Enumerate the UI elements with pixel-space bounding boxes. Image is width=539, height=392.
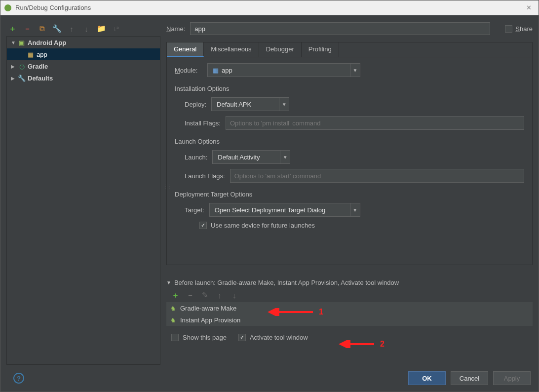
before-launch-header[interactable]: ▼ Before launch: Gradle-aware Make, Inst…: [166, 279, 533, 286]
android-icon: ♞: [170, 305, 176, 312]
module-value-text: app: [222, 67, 232, 74]
run-debug-configurations-window: Run/Debug Configurations ✕ ＋ － ⧉ 🔧 ↑ ↓ 📁…: [0, 0, 539, 392]
sidebar: ＋ － ⧉ 🔧 ↑ ↓ 📁 ↓ᵃ ▼ ▣ Android App: [6, 21, 160, 365]
down-icon[interactable]: ↓: [231, 291, 238, 299]
chevron-down-icon[interactable]: ▼: [279, 98, 289, 111]
tree-node-defaults[interactable]: ▶ 🔧 Defaults: [7, 72, 160, 84]
tree-node-gradle[interactable]: ▶ ◷ Gradle: [7, 60, 160, 72]
deploy-select[interactable]: Default APK ▼: [211, 97, 289, 111]
module-select[interactable]: ▦ app ▼: [207, 63, 360, 77]
remove-icon[interactable]: －: [23, 25, 31, 33]
configurations-tree[interactable]: ▼ ▣ Android App ▦ app ▶ ◷ Gradle ▶: [6, 36, 160, 365]
tree-label: Defaults: [28, 75, 53, 82]
deploy-value: Default APK: [212, 101, 256, 108]
chevron-down-icon[interactable]: ▼: [166, 280, 171, 285]
launch-flags-label: Launch Flags:: [175, 172, 225, 180]
chevron-down-icon[interactable]: ▼: [280, 151, 290, 163]
remove-icon[interactable]: －: [186, 291, 194, 299]
titlebar[interactable]: Run/Debug Configurations ✕: [0, 0, 539, 15]
tab-profiling[interactable]: Profiling: [302, 42, 339, 57]
target-row: Target: Open Select Deployment Target Di…: [175, 203, 524, 217]
launch-label: Launch:: [175, 154, 207, 161]
footer: ? OK Cancel Apply: [0, 365, 539, 392]
tabs-container: General Miscellaneous Debugger Profiling…: [166, 42, 533, 265]
cancel-button[interactable]: Cancel: [451, 371, 488, 385]
share-checkbox[interactable]: [505, 25, 512, 33]
before-launch-title: Before launch: Gradle-aware Make, Instan…: [174, 279, 399, 286]
target-label: Target:: [175, 206, 204, 214]
add-icon[interactable]: ＋: [8, 25, 16, 33]
tree-label: Gradle: [28, 63, 48, 70]
before-launch-section: ▼ Before launch: Gradle-aware Make, Inst…: [166, 279, 533, 341]
tree-node-app[interactable]: ▦ app: [7, 48, 160, 60]
tab-miscellaneous[interactable]: Miscellaneous: [204, 42, 259, 57]
same-device-checkbox[interactable]: [199, 222, 207, 229]
settings-icon[interactable]: 🔧: [53, 25, 61, 33]
android-icon: ▣: [18, 39, 26, 46]
edit-icon[interactable]: ✎: [201, 291, 209, 299]
installation-options-header: Installation Options: [175, 85, 524, 92]
launch-flags-input[interactable]: [230, 169, 524, 183]
list-item-label: Instant App Provision: [180, 316, 240, 324]
copy-icon[interactable]: ⧉: [38, 25, 46, 33]
launch-value: Default Activity: [213, 154, 265, 161]
bottom-checks: Show this page Activate tool window: [166, 326, 533, 341]
name-input[interactable]: [190, 22, 490, 35]
general-tab-body: Module: ▦ app ▼ Installation Options: [167, 57, 532, 265]
launch-options-header: Launch Options: [175, 138, 524, 145]
tab-general[interactable]: General: [167, 42, 204, 57]
target-select[interactable]: Open Select Deployment Target Dialog ▼: [209, 203, 360, 217]
install-flags-label: Install Flags:: [175, 119, 221, 127]
module-label: Module:: [175, 67, 202, 74]
wrench-icon: 🔧: [18, 74, 26, 82]
sort-icon[interactable]: ↓ᵃ: [112, 25, 120, 33]
window-close-button[interactable]: ✕: [523, 4, 535, 11]
ok-button[interactable]: OK: [408, 371, 446, 385]
chevron-down-icon[interactable]: ▼: [350, 64, 360, 77]
name-label: Name:: [166, 25, 185, 33]
before-launch-list[interactable]: ♞ Gradle-aware Make ♞ Instant App Provis…: [166, 302, 533, 326]
chevron-right-icon[interactable]: ▶: [11, 64, 16, 69]
activate-tool-window-checkbox[interactable]: [238, 334, 246, 341]
app-icon: [4, 4, 11, 11]
module-row: Module: ▦ app ▼: [175, 63, 524, 77]
tree-label: app: [37, 51, 47, 58]
deploy-row: Deploy: Default APK ▼: [175, 97, 524, 111]
install-flags-row: Install Flags:: [175, 116, 524, 130]
folder-icon[interactable]: 📁: [97, 25, 105, 33]
tab-debugger[interactable]: Debugger: [259, 42, 302, 57]
list-item-label: Gradle-aware Make: [180, 305, 236, 312]
same-device-label: Use same device for future launches: [211, 222, 315, 229]
share-box: Share: [505, 25, 533, 33]
module-icon: ▦: [27, 50, 35, 58]
right-panel: Name: Share General Miscellaneous Debugg…: [166, 21, 533, 365]
help-button[interactable]: ?: [13, 373, 24, 384]
deployment-target-header: Deployment Target Options: [175, 191, 524, 198]
install-flags-input[interactable]: [226, 116, 524, 130]
up-icon[interactable]: ↑: [216, 291, 224, 299]
sidebar-toolbar: ＋ － ⧉ 🔧 ↑ ↓ 📁 ↓ᵃ: [6, 21, 160, 36]
target-value: Open Select Deployment Target Dialog: [210, 206, 331, 214]
down-icon[interactable]: ↓: [82, 25, 90, 33]
tree-node-android-app[interactable]: ▼ ▣ Android App: [7, 37, 160, 48]
resize-handle[interactable]: ⋮⋮: [163, 184, 171, 189]
launch-flags-row: Launch Flags:: [175, 169, 524, 183]
show-page-checkbox[interactable]: [171, 334, 179, 341]
add-icon[interactable]: ＋: [171, 291, 179, 299]
list-item[interactable]: ♞ Gradle-aware Make: [166, 302, 533, 314]
chevron-down-icon[interactable]: ▼: [11, 40, 16, 45]
chevron-right-icon[interactable]: ▶: [11, 76, 16, 81]
tree-label: Android App: [28, 39, 66, 46]
up-icon[interactable]: ↑: [68, 25, 76, 33]
show-page-label: Show this page: [183, 334, 227, 341]
launch-select[interactable]: Default Activity ▼: [212, 150, 290, 164]
apply-button[interactable]: Apply: [493, 371, 531, 385]
launch-row: Launch: Default Activity ▼: [175, 150, 524, 164]
list-item[interactable]: ♞ Instant App Provision: [166, 314, 533, 326]
share-label: Share: [515, 25, 533, 33]
before-launch-toolbar: ＋ － ✎ ↑ ↓: [166, 286, 533, 302]
module-value: ▦ app: [208, 67, 237, 74]
chevron-down-icon[interactable]: ▼: [350, 203, 360, 216]
dialog-body: ＋ － ⧉ 🔧 ↑ ↓ 📁 ↓ᵃ ▼ ▣ Android App: [0, 15, 539, 392]
gradle-icon: ◷: [18, 62, 26, 70]
